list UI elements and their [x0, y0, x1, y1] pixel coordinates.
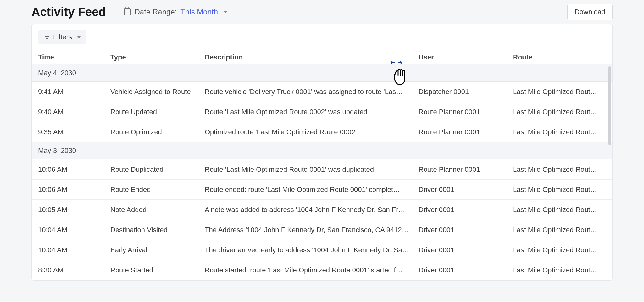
- cell-description: Route vehicle 'Delivery Truck 0001' was …: [205, 88, 419, 96]
- table-body: May 4, 20309:41 AMVehicle Assigned to Ro…: [32, 64, 612, 280]
- cell-route: Last Mile Optimized Route 0002: [513, 128, 606, 136]
- cell-type: Destination Visited: [110, 226, 205, 234]
- scrollbar-thumb[interactable]: [608, 66, 611, 145]
- date-range-value: This Month: [180, 8, 218, 16]
- cell-description: The driver arrived early to address '100…: [205, 246, 419, 254]
- cell-type: Route Ended: [110, 186, 205, 194]
- filter-icon: [44, 35, 50, 40]
- header-left-group: Activity Feed Date Range: This Month: [31, 5, 227, 19]
- table-row[interactable]: 10:05 AMNote AddedA note was added to ad…: [32, 200, 612, 220]
- page-title: Activity Feed: [31, 5, 106, 19]
- activity-card: Filters Time Type Description User Route…: [31, 24, 613, 281]
- cell-time: 10:05 AM: [38, 206, 110, 214]
- cell-route: Last Mile Optimized Route 0001: [513, 165, 606, 174]
- column-header-description[interactable]: Description: [205, 53, 419, 61]
- cell-type: Route Duplicated: [110, 165, 205, 174]
- cell-description: Optimized route 'Last Mile Optimized Rou…: [205, 128, 419, 136]
- page-header: Activity Feed Date Range: This Month Dow…: [31, 4, 613, 20]
- cell-description: Route 'Last Mile Optimized Route 0001' w…: [205, 165, 419, 174]
- cell-user: Route Planner 0001: [419, 165, 513, 174]
- cell-user: Driver 0001: [419, 226, 513, 234]
- filters-button[interactable]: Filters: [38, 30, 86, 44]
- cell-type: Early Arrival: [110, 246, 205, 254]
- table-row[interactable]: 9:40 AMRoute UpdatedRoute 'Last Mile Opt…: [32, 102, 612, 122]
- date-range-selector[interactable]: Date Range: This Month: [124, 8, 227, 16]
- cell-description: A note was added to address '1004 John F…: [205, 206, 419, 214]
- cell-description: Route started: route 'Last Mile Optimize…: [205, 266, 419, 274]
- cell-route: Last Mile Optimized Route 0001: [513, 246, 606, 254]
- chevron-down-icon: [224, 11, 227, 13]
- table-row[interactable]: 10:04 AMDestination VisitedThe Address '…: [32, 220, 612, 240]
- date-group-header: May 4, 2030: [32, 64, 612, 82]
- table-row[interactable]: 10:06 AMRoute DuplicatedRoute 'Last Mile…: [32, 159, 612, 180]
- download-button[interactable]: Download: [567, 4, 613, 20]
- cell-description: The Address '1004 John F Kennedy Dr, San…: [205, 226, 419, 234]
- column-resize-divider[interactable]: [396, 62, 396, 67]
- date-group-header: May 3, 2030: [32, 142, 612, 159]
- cell-time: 9:41 AM: [38, 88, 110, 96]
- cell-user: Driver 0001: [419, 266, 513, 274]
- cell-time: 8:30 AM: [38, 266, 110, 274]
- cell-route: Last Mile Optimized Route 0001: [513, 206, 606, 214]
- column-header-type[interactable]: Type: [110, 53, 205, 61]
- table-row[interactable]: 8:30 AMRoute StartedRoute started: route…: [32, 260, 612, 280]
- cell-user: Route Planner 0001: [419, 128, 513, 136]
- cell-route: Last Mile Optimized Route 0001: [513, 186, 606, 194]
- cell-time: 10:06 AM: [38, 186, 110, 194]
- filters-bar: Filters: [32, 24, 612, 50]
- cell-time: 9:40 AM: [38, 108, 110, 116]
- cell-type: Note Added: [110, 206, 205, 214]
- table-header-row: Time Type Description User Route: [32, 50, 612, 64]
- table-row[interactable]: 10:04 AMEarly ArrivalThe driver arrived …: [32, 240, 612, 260]
- cell-type: Route Updated: [110, 108, 205, 116]
- filters-button-label: Filters: [53, 33, 72, 41]
- cell-route: Last Mile Optimized Route 0002: [513, 108, 606, 116]
- cell-user: Driver 0001: [419, 186, 513, 194]
- column-header-time[interactable]: Time: [38, 53, 110, 61]
- divider: [115, 6, 115, 18]
- cell-type: Route Optimized: [110, 128, 205, 136]
- cell-description: Route 'Last Mile Optimized Route 0002' w…: [205, 108, 419, 116]
- table-row[interactable]: 10:06 AMRoute EndedRoute ended: route 'L…: [32, 180, 612, 200]
- column-header-user[interactable]: User: [419, 53, 513, 61]
- cell-time: 10:06 AM: [38, 165, 110, 174]
- chevron-down-icon: [77, 36, 81, 38]
- cell-user: Dispatcher 0001: [419, 88, 513, 96]
- table-row[interactable]: 9:41 AMVehicle Assigned to RouteRoute ve…: [32, 82, 612, 102]
- cell-type: Vehicle Assigned to Route: [110, 88, 205, 96]
- cell-time: 10:04 AM: [38, 226, 110, 234]
- cell-time: 9:35 AM: [38, 128, 110, 136]
- column-header-route[interactable]: Route: [513, 53, 606, 61]
- cell-user: Route Planner 0001: [419, 108, 513, 116]
- cell-route: Last Mile Optimized Route 0001: [513, 226, 606, 234]
- date-range-label: Date Range:: [135, 8, 177, 16]
- cell-time: 10:04 AM: [38, 246, 110, 254]
- cell-route: Last Mile Optimized Route 0001: [513, 266, 606, 274]
- table-row[interactable]: 9:35 AMRoute OptimizedOptimized route 'L…: [32, 122, 612, 142]
- cell-description: Route ended: route 'Last Mile Optimized …: [205, 186, 419, 194]
- activity-table: Time Type Description User Route May 4, …: [32, 50, 612, 280]
- cell-type: Route Started: [110, 266, 205, 274]
- calendar-icon: [124, 8, 131, 15]
- cell-user: Driver 0001: [419, 246, 513, 254]
- cell-route: Last Mile Optimized Route 0002: [513, 88, 606, 96]
- cell-user: Driver 0001: [419, 206, 513, 214]
